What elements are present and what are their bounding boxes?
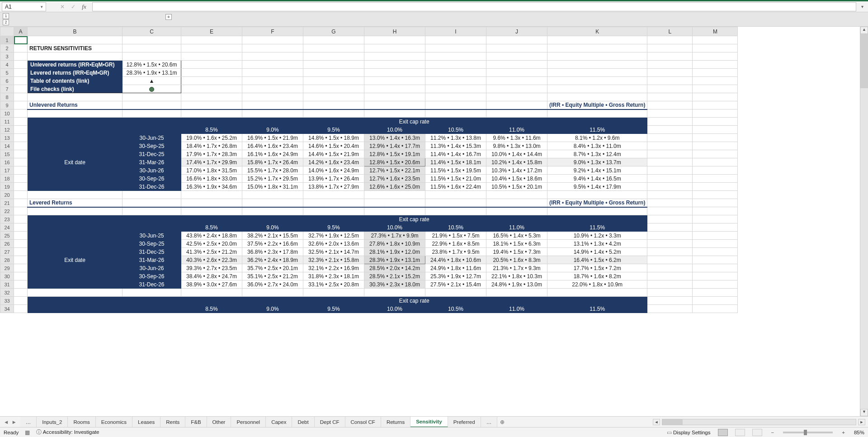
cell[interactable] bbox=[647, 61, 693, 69]
cell[interactable] bbox=[181, 101, 242, 109]
cell[interactable] bbox=[14, 109, 28, 118]
horizontal-scrollbar[interactable] bbox=[662, 419, 856, 425]
cell[interactable] bbox=[693, 297, 738, 305]
cell[interactable] bbox=[647, 142, 693, 150]
cell[interactable] bbox=[14, 158, 28, 166]
cell[interactable] bbox=[693, 199, 738, 207]
fx-icon[interactable]: fx bbox=[80, 2, 89, 11]
cell[interactable] bbox=[693, 101, 738, 109]
cell[interactable] bbox=[425, 191, 486, 199]
cell[interactable] bbox=[14, 126, 28, 134]
cell[interactable] bbox=[242, 36, 303, 44]
cell[interactable] bbox=[28, 191, 123, 199]
sheet-tab[interactable]: Dept CF bbox=[315, 417, 345, 428]
summary-link[interactable] bbox=[123, 85, 181, 93]
formula-input[interactable] bbox=[92, 2, 856, 11]
cell[interactable] bbox=[181, 109, 242, 118]
cell[interactable] bbox=[425, 44, 486, 52]
row-header[interactable]: 2 bbox=[0, 44, 14, 52]
sheet-tab[interactable]: Rooms bbox=[68, 417, 95, 428]
scroll-down-icon[interactable]: ▼ bbox=[860, 409, 868, 416]
cell[interactable] bbox=[14, 215, 28, 223]
cell[interactable] bbox=[693, 280, 738, 289]
cell[interactable] bbox=[123, 52, 181, 61]
cell[interactable] bbox=[425, 69, 486, 77]
cell[interactable] bbox=[242, 289, 303, 297]
cell[interactable] bbox=[647, 134, 693, 142]
cell[interactable] bbox=[364, 69, 425, 77]
formula-cancel-icon[interactable]: ✕ bbox=[58, 2, 67, 11]
column-header-F[interactable]: F bbox=[242, 27, 303, 36]
cell[interactable] bbox=[14, 280, 28, 289]
zoom-slider[interactable] bbox=[783, 432, 833, 433]
cell[interactable] bbox=[364, 109, 425, 118]
row-header[interactable]: 22 bbox=[0, 207, 14, 215]
cell[interactable] bbox=[425, 207, 486, 215]
cell[interactable] bbox=[486, 191, 547, 199]
cell[interactable] bbox=[693, 118, 738, 126]
cell[interactable] bbox=[181, 77, 242, 85]
cell[interactable] bbox=[693, 52, 738, 61]
cell[interactable] bbox=[547, 93, 647, 101]
zoom-level[interactable]: 85% bbox=[854, 430, 864, 435]
cell[interactable] bbox=[486, 289, 547, 297]
sheet-tab[interactable]: Other bbox=[207, 417, 231, 428]
cell[interactable] bbox=[425, 93, 486, 101]
row-header[interactable]: 10 bbox=[0, 109, 14, 118]
sheet-tab[interactable]: Leases bbox=[132, 417, 160, 428]
outline-expand-button[interactable]: + bbox=[165, 14, 172, 20]
cell[interactable] bbox=[242, 191, 303, 199]
cell[interactable] bbox=[123, 101, 181, 109]
cell[interactable] bbox=[14, 297, 28, 305]
grid-scroll-area[interactable]: ABCEFGHIJKLM 12RETURN SENSITIVITIES34Unl… bbox=[0, 27, 860, 416]
cell[interactable] bbox=[425, 61, 486, 69]
cell[interactable] bbox=[242, 77, 303, 85]
cell[interactable] bbox=[14, 207, 28, 215]
cell[interactable] bbox=[647, 69, 693, 77]
cell[interactable] bbox=[693, 44, 738, 52]
cell[interactable] bbox=[693, 61, 738, 69]
cell[interactable] bbox=[14, 61, 28, 69]
cell[interactable] bbox=[181, 191, 242, 199]
spreadsheet-grid[interactable]: ABCEFGHIJKLM 12RETURN SENSITIVITIES34Unl… bbox=[0, 27, 738, 313]
cell[interactable] bbox=[647, 101, 693, 109]
row-header[interactable]: 31 bbox=[0, 280, 14, 289]
cell[interactable] bbox=[486, 85, 547, 93]
cell[interactable] bbox=[28, 223, 123, 232]
cell[interactable] bbox=[14, 240, 28, 248]
cell[interactable] bbox=[14, 264, 28, 272]
cell[interactable] bbox=[425, 101, 486, 109]
outline-level-2[interactable]: 2 bbox=[3, 19, 9, 25]
row-header[interactable]: 19 bbox=[0, 183, 14, 191]
cell[interactable] bbox=[647, 264, 693, 272]
cell[interactable] bbox=[693, 191, 738, 199]
hscroll-right-icon[interactable]: ► bbox=[858, 419, 865, 425]
row-header[interactable]: 29 bbox=[0, 264, 14, 272]
cell[interactable] bbox=[547, 52, 647, 61]
cell[interactable] bbox=[547, 36, 647, 44]
cell[interactable] bbox=[647, 248, 693, 256]
cell[interactable] bbox=[425, 289, 486, 297]
cell[interactable] bbox=[693, 256, 738, 264]
cell[interactable] bbox=[242, 101, 303, 109]
cell[interactable] bbox=[303, 52, 364, 61]
summary-link[interactable]: ▲ bbox=[123, 77, 181, 85]
view-pagebreak-button[interactable] bbox=[752, 429, 762, 436]
cell[interactable] bbox=[647, 85, 693, 93]
cell[interactable] bbox=[547, 77, 647, 85]
row-header[interactable]: 24 bbox=[0, 223, 14, 232]
cell[interactable] bbox=[28, 52, 123, 61]
cell[interactable] bbox=[303, 101, 364, 109]
sheet-tab[interactable]: Capex bbox=[266, 417, 292, 428]
cell[interactable] bbox=[647, 223, 693, 232]
cell[interactable] bbox=[647, 280, 693, 289]
cell[interactable] bbox=[242, 109, 303, 118]
cell[interactable] bbox=[28, 126, 123, 134]
cell[interactable] bbox=[181, 36, 242, 44]
cell[interactable] bbox=[364, 61, 425, 69]
cell[interactable] bbox=[14, 69, 28, 77]
cell[interactable] bbox=[14, 52, 28, 61]
cell[interactable] bbox=[303, 93, 364, 101]
cell[interactable] bbox=[693, 69, 738, 77]
cell[interactable] bbox=[181, 93, 242, 101]
